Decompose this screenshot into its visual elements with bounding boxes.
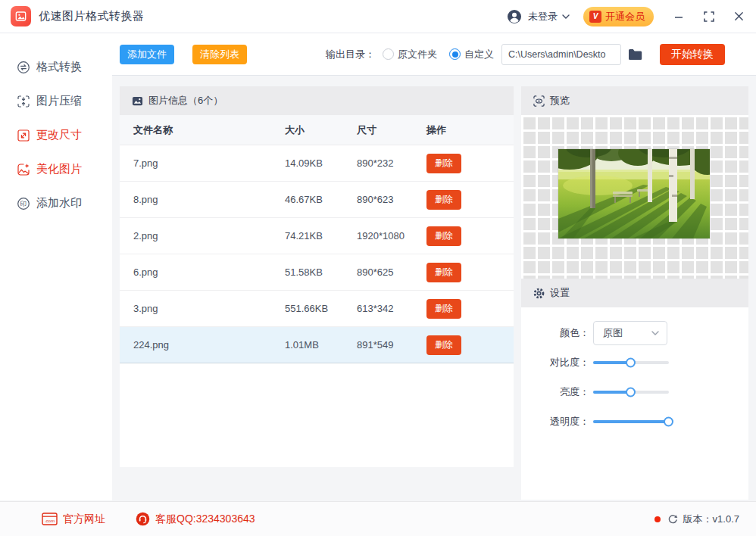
delete-button[interactable]: 删除: [426, 154, 461, 173]
app-title: 优速图片格式转换器: [39, 9, 145, 23]
cell-filename: 3.png: [133, 303, 285, 314]
opacity-label: 透明度：: [521, 415, 589, 428]
contrast-slider-thumb[interactable]: [626, 358, 636, 368]
cell-filename: 8.png: [133, 194, 285, 205]
cell-dimensions: 1920*1080: [357, 230, 426, 242]
color-label: 颜色：: [521, 326, 589, 340]
table-row[interactable]: 7.png 14.09KB 890*232 删除: [120, 145, 514, 182]
table-row[interactable]: 8.png 46.67KB 890*623 删除: [120, 182, 514, 218]
dot-com-browser-icon: .com: [42, 513, 58, 525]
contrast-slider[interactable]: [593, 361, 669, 364]
file-panel-header: 图片信息（6个）: [120, 86, 514, 115]
open-vip-button[interactable]: V 开通会员: [583, 7, 654, 26]
sidebar-item-resize[interactable]: 更改尺寸: [0, 118, 112, 152]
delete-button[interactable]: 删除: [426, 263, 461, 282]
toolbar: 添加文件 清除列表 输出目录： 原文件夹 自定义 开始转换: [112, 33, 756, 76]
sidebar-item-label: 格式转换: [36, 60, 82, 74]
login-dropdown[interactable]: 未登录: [507, 9, 570, 24]
brightness-slider-fill: [593, 391, 631, 394]
close-button[interactable]: [734, 11, 744, 21]
status-dot-icon: [654, 516, 661, 522]
official-website-label: 官方网址: [63, 513, 105, 526]
sidebar-item-label: 更改尺寸: [36, 128, 82, 142]
cell-size: 1.01MB: [285, 339, 357, 351]
file-panel-title: 图片信息（6个）: [148, 94, 223, 108]
delete-button[interactable]: 删除: [426, 190, 461, 210]
format-convert-icon: [17, 61, 30, 74]
preview-header: 预览: [521, 86, 748, 115]
gear-icon: [533, 288, 545, 299]
opacity-slider-thumb[interactable]: [664, 417, 673, 427]
table-column-header: 文件名称 大小 尺寸 操作: [120, 115, 514, 145]
cell-filename: 224.png: [133, 339, 285, 351]
table-row[interactable]: 6.png 51.58KB 890*625 删除: [120, 254, 514, 291]
sidebar-item-beautify[interactable]: 美化图片: [0, 152, 112, 186]
color-select[interactable]: 原图: [593, 321, 667, 345]
cell-dimensions: 890*625: [357, 266, 426, 278]
vip-badge-icon: V: [589, 11, 601, 23]
app-logo-icon: [11, 6, 31, 26]
table-row[interactable]: 3.png 551.66KB 613*342 删除: [120, 291, 514, 327]
radio-custom-label: 自定义: [464, 48, 494, 61]
maximize-button[interactable]: [704, 11, 714, 22]
opacity-setting-row: 透明度：: [521, 410, 748, 433]
settings-title: 设置: [550, 286, 570, 300]
table-row[interactable]: 2.png 74.21KB 1920*1080 删除: [120, 218, 514, 254]
col-operations: 操作: [426, 123, 514, 137]
login-label: 未登录: [528, 10, 558, 23]
cell-dimensions: 891*549: [357, 339, 426, 351]
browse-folder-button[interactable]: [628, 48, 643, 61]
col-filename: 文件名称: [133, 123, 285, 137]
delete-button[interactable]: 删除: [426, 335, 461, 355]
contrast-slider-fill: [593, 361, 631, 364]
minimize-button[interactable]: [673, 11, 684, 22]
col-size: 大小: [285, 123, 357, 137]
statusbar: .com 官方网址 客服QQ:3234303643 版本：v1.0.7: [0, 501, 756, 536]
titlebar: 优速图片格式转换器 未登录 V 开通会员: [0, 0, 756, 33]
output-path-input[interactable]: [501, 44, 621, 65]
clear-list-button[interactable]: 清除列表: [192, 45, 247, 64]
cell-size: 46.67KB: [285, 194, 357, 205]
table-row-selected[interactable]: 224.png 1.01MB 891*549 删除: [120, 327, 514, 363]
radio-circle-checked-icon: [449, 48, 461, 60]
sidebar-item-label: 美化图片: [36, 162, 82, 176]
sidebar-item-image-compress[interactable]: 图片压缩: [0, 84, 112, 118]
official-website-link[interactable]: .com 官方网址: [42, 513, 105, 526]
color-select-value: 原图: [603, 326, 623, 340]
brightness-label: 亮度：: [521, 385, 589, 399]
delete-button[interactable]: 删除: [426, 299, 461, 319]
brightness-slider[interactable]: [593, 391, 669, 394]
support-qq-label: 客服QQ:3234303643: [155, 513, 255, 526]
sidebar-item-watermark[interactable]: 印 添加水印: [0, 186, 112, 220]
preview-eye-icon: [533, 95, 545, 107]
add-files-button[interactable]: 添加文件: [120, 45, 174, 64]
start-convert-button[interactable]: 开始转换: [660, 44, 725, 65]
svg-text:印: 印: [20, 200, 27, 207]
image-compress-icon: [17, 95, 30, 108]
contrast-label: 对比度：: [521, 356, 589, 369]
radio-original-folder[interactable]: 原文件夹: [383, 48, 437, 61]
user-avatar-icon: [507, 9, 522, 24]
check-update-refresh-icon[interactable]: [667, 514, 678, 525]
beautify-image-icon: [17, 163, 30, 176]
image-info-icon: [132, 95, 143, 107]
svg-text:.com: .com: [45, 518, 55, 523]
support-qq-link[interactable]: 客服QQ:3234303643: [136, 512, 255, 526]
resize-icon: [17, 129, 30, 142]
opacity-slider-fill: [593, 420, 669, 423]
col-dimensions: 尺寸: [357, 123, 426, 137]
radio-custom-folder[interactable]: 自定义: [449, 48, 494, 61]
output-dir-label: 输出目录：: [326, 48, 375, 61]
opacity-slider[interactable]: [593, 420, 669, 423]
preview-image: [558, 149, 710, 238]
delete-button[interactable]: 删除: [426, 226, 461, 246]
chevron-down-icon: [651, 331, 659, 335]
add-watermark-icon: 印: [17, 197, 30, 210]
chevron-down-icon: [562, 14, 570, 19]
version-label: 版本：v1.0.7: [683, 513, 739, 526]
sidebar-item-format-convert[interactable]: 格式转换: [0, 50, 112, 84]
cell-size: 74.21KB: [285, 230, 357, 242]
preview-title: 预览: [550, 94, 570, 108]
brightness-slider-thumb[interactable]: [626, 388, 636, 397]
contrast-setting-row: 对比度：: [521, 351, 748, 374]
